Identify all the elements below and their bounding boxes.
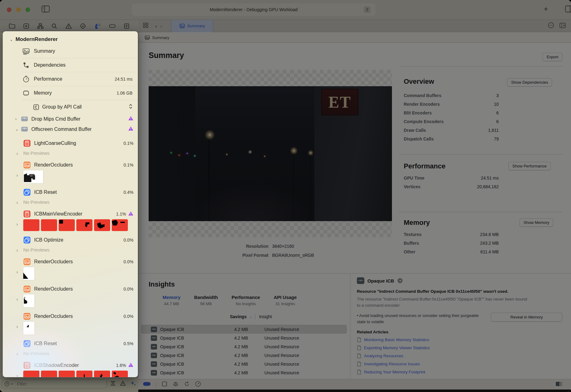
encoder-icb-reset[interactable]: ICB Reset 0.5% › No Previews [23, 339, 138, 356]
warning-purple-icon [128, 211, 133, 217]
encoder-percent: 1.6% [116, 363, 126, 368]
encoder-label: ICBShadowEncoder [34, 363, 79, 368]
blit-encoder-icon [23, 340, 31, 347]
item-label: Performance [34, 76, 62, 82]
command-buffer-tray-icon [21, 126, 28, 132]
encoder-renderoccluders[interactable]: RenderOccluders 0.0% › [23, 312, 138, 335]
no-previews-label: No Previews [23, 351, 49, 356]
encoder-lightcoarseculling[interactable]: LightCoarseCulling 0.1% › No Previews [23, 139, 138, 156]
group-by-label: Group by API Call [42, 104, 82, 110]
sidebar-item-memory[interactable]: Memory 1.06 GB [22, 86, 138, 100]
encoder-percent: 0.5% [124, 341, 133, 346]
encoder-label: RenderOccluders [34, 314, 73, 319]
buffer-label: Offscreen Command Buffer [31, 127, 92, 132]
encoder-renderoccluders[interactable]: RenderOccluders 0.0% › [23, 284, 138, 307]
encoder-preview-strip[interactable] [23, 371, 129, 377]
render-encoder-icon [23, 258, 31, 265]
chevron-down-icon[interactable]: ⌄ [15, 127, 21, 131]
item-label: Summary [34, 48, 55, 54]
warning-purple-icon [128, 126, 133, 132]
chevron-right-icon[interactable]: › [16, 222, 23, 227]
chevron-right-icon[interactable]: › [16, 297, 23, 302]
buffer-label: Drop Mips Cmd Buffer [31, 116, 80, 122]
encoder-preview-thumbnail[interactable] [23, 170, 43, 183]
chevron-down-icon[interactable]: ⌄ [10, 37, 13, 42]
encoder-percent: 0.0% [124, 238, 133, 243]
stepper-icon[interactable] [129, 104, 133, 110]
encoder-renderoccluders[interactable]: RenderOccluders 0.1% › [23, 160, 138, 183]
encoder-icb-reset[interactable]: ICB Reset 0.4% › No Previews [23, 188, 138, 205]
encoder-label: ICB Reset [34, 189, 57, 195]
item-label: Dependencies [34, 62, 65, 68]
blit-encoder-icon [23, 189, 31, 196]
debug-navigator-panel: ⌄ ModernRenderer Summary Dependencies Pe… [2, 31, 138, 377]
chevron-right-icon[interactable]: › [15, 117, 21, 121]
encoder-icbshadowencoder[interactable]: ICBShadowEncoder 1.6% › [23, 361, 138, 377]
render-encoder-icon [23, 161, 31, 169]
warning-purple-icon [128, 363, 133, 368]
encoder-preview-thumbnail[interactable] [23, 267, 34, 280]
encoder-label: RenderOccluders [34, 286, 73, 292]
encoder-percent: 0.0% [124, 287, 133, 292]
encoder-icb-optimize[interactable]: ICB Optimize 0.0% › No Previews [23, 235, 138, 253]
no-previews-label: No Previews [23, 199, 49, 205]
compute-encoder-icon [23, 140, 31, 147]
encoder-percent: 0.0% [124, 314, 133, 319]
item-value: 24.51 ms [115, 77, 133, 82]
encoder-label: ICBMainViewEncoder [34, 211, 82, 217]
chevron-right-icon[interactable]: › [16, 151, 23, 156]
command-buffer-tray-icon [21, 116, 28, 122]
sidebar-item-performance[interactable]: Performance 24.51 ms [22, 72, 138, 86]
encoder-label: ICB Reset [34, 341, 57, 346]
encoder-percent: 0.0% [124, 259, 133, 264]
chevron-right-icon[interactable]: › [16, 200, 23, 205]
encoder-percent: 0.1% [124, 163, 133, 167]
sidebar-item-dependencies[interactable]: Dependencies [22, 58, 138, 72]
dependencies-icon [22, 62, 30, 69]
encoder-preview-thumbnail[interactable] [23, 294, 34, 307]
tree-root-modernrenderer[interactable]: ⌄ ModernRenderer [3, 31, 138, 44]
encoder-label: LightCoarseCulling [34, 140, 76, 146]
tree-item-drop-mips-cmd-buffer[interactable]: › Drop Mips Cmd Buffer [3, 114, 138, 124]
gpu-debugger-window: ModernRenderer - Debugging GPU Workload … [0, 0, 571, 392]
encoder-preview-strip[interactable] [23, 219, 129, 231]
warning-purple-icon [128, 116, 133, 122]
encoder-preview-thumbnail[interactable] [23, 322, 34, 335]
encoder-label: RenderOccluders [34, 162, 73, 168]
render-encoder-icon [23, 285, 31, 293]
encoder-label: RenderOccluders [34, 259, 73, 265]
compute-encoder-icon [23, 210, 31, 218]
square-c-icon [33, 104, 39, 110]
chevron-right-icon[interactable]: › [16, 248, 23, 253]
blit-encoder-icon [23, 236, 31, 244]
encoder-percent: 1.1% [116, 212, 126, 216]
no-previews-label: No Previews [23, 247, 49, 252]
tree-item-offscreen-command-buffer[interactable]: ⌄ Offscreen Command Buffer [3, 124, 138, 134]
no-previews-label: No Previews [23, 150, 49, 156]
root-label: ModernRenderer [16, 36, 58, 42]
group-by-api-call[interactable]: Group by API Call [33, 100, 138, 114]
chevron-right-icon[interactable]: › [16, 373, 23, 377]
gauge-icon [22, 76, 30, 82]
encoder-percent: 0.1% [124, 141, 133, 146]
encoder-label: ICB Optimize [34, 237, 63, 243]
memory-chip-icon [22, 90, 30, 96]
item-label: Memory [34, 90, 52, 96]
encoder-renderoccluders[interactable]: RenderOccluders 0.0% › [23, 257, 138, 280]
chevron-right-icon[interactable]: › [16, 351, 23, 356]
chevron-right-icon[interactable]: › [16, 324, 23, 329]
render-encoder-icon [23, 313, 31, 320]
item-value: 1.06 GB [117, 91, 133, 96]
chevron-right-icon[interactable]: › [16, 173, 23, 178]
chevron-right-icon[interactable]: › [16, 270, 23, 274]
encoder-percent: 0.4% [124, 190, 133, 195]
sidebar-item-summary[interactable]: Summary [22, 44, 138, 58]
photo-icon [22, 48, 30, 55]
encoder-icbmainviewencoder[interactable]: ICBMainViewEncoder 1.1% › [23, 209, 138, 231]
compute-encoder-icon [23, 362, 31, 369]
